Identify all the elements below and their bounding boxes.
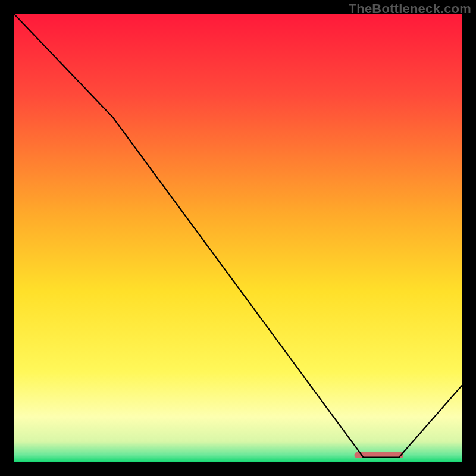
watermark-text: TheBottleneck.com <box>349 1 471 17</box>
plot-area <box>14 14 462 462</box>
chart-frame: TheBottleneck.com <box>0 0 476 476</box>
gradient-fill <box>14 14 462 462</box>
bottleneck-chart <box>14 14 462 462</box>
